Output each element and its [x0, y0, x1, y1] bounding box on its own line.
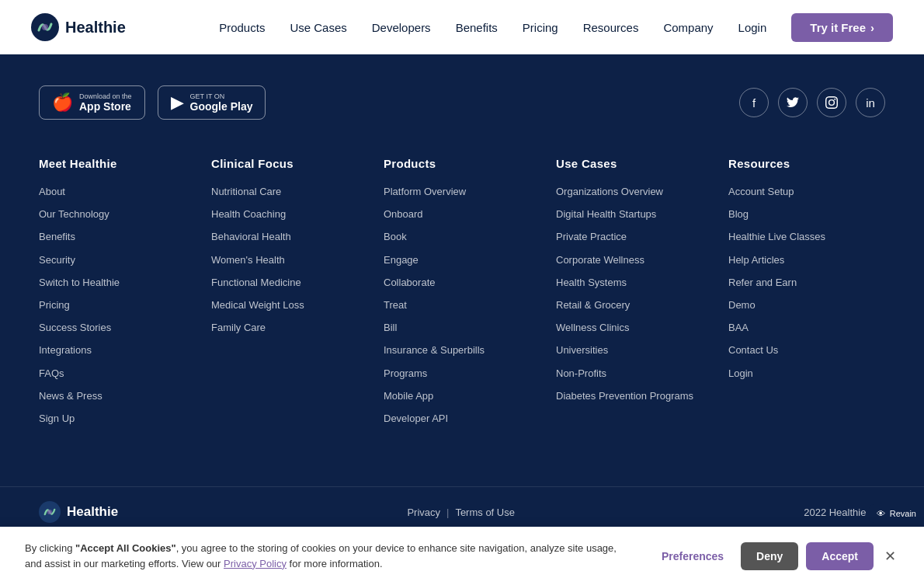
nav-link-benefits[interactable]: Benefits: [456, 21, 498, 34]
switch-to-healthie-link[interactable]: Switch to Healthie: [39, 277, 120, 288]
treat-link[interactable]: Treat: [384, 299, 407, 311]
wellness-clinics-link[interactable]: Wellness Clinics: [556, 322, 629, 333]
footer-col-use-cases-title: Use Cases: [556, 157, 713, 170]
contact-us-link[interactable]: Contact Us: [728, 344, 778, 356]
facebook-icon[interactable]: f: [739, 88, 769, 117]
privacy-policy-link[interactable]: Privacy Policy: [224, 558, 287, 569]
app-store-sub: Download on the: [79, 92, 132, 100]
universities-link[interactable]: Universities: [556, 344, 608, 356]
list-item: Switch to Healthie: [39, 275, 196, 290]
nav-link-products[interactable]: Products: [219, 21, 265, 34]
about-link[interactable]: About: [39, 186, 65, 197]
list-item: Programs: [384, 366, 540, 381]
refer-and-earn-link[interactable]: Refer and Earn: [728, 277, 797, 288]
list-item: Mobile App: [384, 388, 540, 403]
nav-link-login[interactable]: Login: [738, 21, 767, 34]
private-practice-link[interactable]: Private Practice: [556, 231, 627, 242]
privacy-link[interactable]: Privacy: [407, 507, 440, 518]
list-item: Organizations Overview: [556, 184, 713, 199]
nav-logo[interactable]: Healthie: [31, 13, 126, 41]
account-setup-link[interactable]: Account Setup: [728, 186, 794, 197]
list-item: Success Stories: [39, 320, 196, 335]
bill-link[interactable]: Bill: [384, 322, 397, 333]
baa-link[interactable]: BAA: [728, 322, 749, 333]
digital-health-startups-link[interactable]: Digital Health Startups: [556, 208, 656, 220]
list-item: Our Technology: [39, 207, 196, 221]
health-systems-link[interactable]: Health Systems: [556, 277, 627, 288]
terms-of-use-link[interactable]: Terms of Use: [455, 507, 515, 518]
insurance-superbills-link[interactable]: Insurance & Superbills: [384, 344, 485, 356]
list-item: Benefits: [39, 229, 196, 244]
sign-up-link[interactable]: Sign Up: [39, 413, 75, 424]
functional-medicine-link[interactable]: Functional Medicine: [211, 277, 301, 288]
news-press-link[interactable]: News & Press: [39, 390, 102, 402]
engage-link[interactable]: Engage: [384, 254, 419, 266]
footer-col-resources: Resources Account Setup Blog Healthie Li…: [728, 157, 885, 426]
family-care-link[interactable]: Family Care: [211, 322, 266, 333]
medical-weight-loss-link[interactable]: Medical Weight Loss: [211, 299, 304, 311]
footer-logo-text: Healthie: [67, 504, 118, 520]
nav-link-resources[interactable]: Resources: [583, 21, 639, 34]
google-play-icon: ▶: [171, 92, 184, 113]
cookie-text-quote: "Accept All Cookies": [75, 542, 176, 554]
integrations-link[interactable]: Integrations: [39, 344, 92, 356]
platform-overview-link[interactable]: Platform Overview: [384, 186, 466, 197]
diabetes-prevention-link[interactable]: Diabetes Prevention Programs: [556, 390, 693, 402]
legal-separator: |: [446, 507, 449, 518]
demo-link[interactable]: Demo: [728, 299, 756, 311]
cookie-banner: By clicking "Accept All Cookies", you ag…: [0, 527, 924, 585]
nav-link-developers[interactable]: Developers: [372, 21, 431, 34]
non-profits-link[interactable]: Non-Profits: [556, 367, 606, 379]
list-item: Platform Overview: [384, 184, 540, 199]
list-item: Retail & Grocery: [556, 298, 713, 312]
nav-link-use-cases[interactable]: Use Cases: [290, 21, 346, 34]
resources-login-link[interactable]: Login: [728, 367, 753, 379]
nav-link-pricing[interactable]: Pricing: [523, 21, 558, 34]
mobile-app-link[interactable]: Mobile App: [384, 390, 433, 402]
list-item: Family Care: [211, 320, 368, 335]
footer-columns: Meet Healthie About Our Technology Benef…: [39, 157, 885, 426]
blog-link[interactable]: Blog: [728, 208, 749, 220]
faqs-link[interactable]: FAQs: [39, 367, 64, 379]
health-coaching-link[interactable]: Health Coaching: [211, 208, 286, 220]
nav-links: Products Use Cases Developers Benefits P…: [219, 13, 893, 42]
revain-icon: 👁: [877, 509, 885, 518]
healthie-live-classes-link[interactable]: Healthie Live Classes: [728, 231, 825, 242]
onboard-link[interactable]: Onboard: [384, 208, 423, 220]
organizations-overview-link[interactable]: Organizations Overview: [556, 186, 663, 197]
nutritional-care-link[interactable]: Nutritional Care: [211, 186, 281, 197]
benefits-link[interactable]: Benefits: [39, 231, 75, 242]
behavioral-health-link[interactable]: Behavioral Health: [211, 231, 291, 242]
book-link[interactable]: Book: [384, 231, 407, 242]
collaborate-link[interactable]: Collaborate: [384, 277, 436, 288]
list-item: Universities: [556, 343, 713, 357]
google-play-button[interactable]: ▶ GET IT ON Google Play: [158, 85, 266, 120]
help-articles-link[interactable]: Help Articles: [728, 254, 784, 266]
list-item: Behavioral Health: [211, 229, 368, 244]
womens-health-link[interactable]: Women's Health: [211, 254, 285, 266]
list-item: Engage: [384, 252, 540, 267]
deny-button[interactable]: Deny: [741, 542, 798, 570]
try-it-free-button[interactable]: Try it Free ›: [791, 13, 893, 42]
corporate-wellness-link[interactable]: Corporate Wellness: [556, 254, 644, 266]
list-item: Diabetes Prevention Programs: [556, 388, 713, 403]
preferences-button[interactable]: Preferences: [652, 544, 733, 569]
footer-col-meet-healthie-title: Meet Healthie: [39, 157, 196, 170]
retail-grocery-link[interactable]: Retail & Grocery: [556, 299, 630, 311]
programs-link[interactable]: Programs: [384, 367, 427, 379]
accept-button[interactable]: Accept: [806, 542, 874, 570]
list-item: Developer API: [384, 411, 540, 426]
pricing-link[interactable]: Pricing: [39, 299, 70, 311]
developer-api-link[interactable]: Developer API: [384, 413, 448, 424]
list-item: Private Practice: [556, 229, 713, 244]
success-stories-link[interactable]: Success Stories: [39, 322, 111, 333]
app-store-button[interactable]: 🍎 Download on the App Store: [39, 85, 145, 120]
our-technology-link[interactable]: Our Technology: [39, 208, 109, 220]
instagram-icon[interactable]: [817, 88, 846, 117]
close-cookie-banner-button[interactable]: ✕: [881, 545, 899, 568]
security-link[interactable]: Security: [39, 254, 75, 266]
linkedin-icon[interactable]: in: [856, 88, 885, 117]
twitter-icon[interactable]: [778, 88, 808, 117]
nav-link-company[interactable]: Company: [663, 21, 713, 34]
footer-col-use-cases: Use Cases Organizations Overview Digital…: [556, 157, 713, 426]
